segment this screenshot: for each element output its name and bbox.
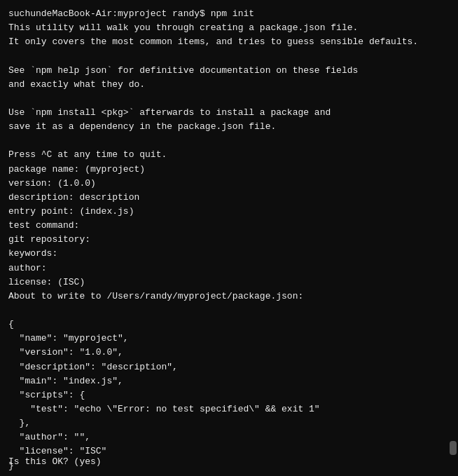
terminal-line: "scripts": { [8, 388, 450, 402]
terminal-line: version: (1.0.0) [8, 177, 450, 191]
terminal-line: See `npm help json` for definitive docum… [8, 64, 450, 78]
is-ok-prompt: Is this OK? (yes) [8, 456, 102, 467]
prompt-line: suchundeMacBook-Air:myproject randy$ npm… [8, 7, 450, 21]
terminal-line: author: [8, 261, 450, 276]
terminal-line: Use `npm install <pkg>` afterwards to in… [8, 106, 450, 120]
terminal-window[interactable]: suchundeMacBook-Air:myproject randy$ npm… [0, 0, 458, 476]
terminal-line [8, 49, 450, 63]
terminal-line: "author": "", [8, 430, 450, 444]
terminal-line [8, 92, 450, 106]
terminal-line: This utility will walk you through creat… [8, 21, 450, 35]
terminal-line: license: (ISC) [8, 276, 450, 290]
terminal-line: "description": "description", [8, 360, 450, 374]
terminal-line: }, [8, 416, 450, 430]
terminal-line: It only covers the most common items, an… [8, 35, 450, 49]
terminal-line: { [8, 318, 450, 332]
terminal-line: "main": "index.js", [8, 374, 450, 388]
terminal-line: entry point: (index.js) [8, 205, 450, 219]
terminal-line: About to write to /Users/randy/myproject… [8, 290, 450, 304]
terminal-line: "name": "myproject", [8, 332, 450, 346]
terminal-line: package name: (myproject) [8, 163, 450, 177]
bottom-prompt-line: Is this OK? (yes) [8, 455, 102, 469]
terminal-line: "version": "1.0.0", [8, 346, 450, 360]
terminal-line [8, 304, 450, 318]
terminal-line: git repository: [8, 233, 450, 247]
scrollbar[interactable] [450, 441, 457, 455]
terminal-line: and exactly what they do. [8, 78, 450, 92]
terminal-line: save it as a dependency in the package.j… [8, 120, 450, 134]
terminal-output: This utility will walk you through creat… [8, 21, 450, 473]
terminal-line: Press ^C at any time to quit. [8, 148, 450, 162]
terminal-line: description: description [8, 191, 450, 205]
terminal-line: test command: [8, 219, 450, 233]
terminal-line: "test": "echo \"Error: no test specified… [8, 402, 450, 416]
terminal-line: keywords: [8, 247, 450, 261]
terminal-line [8, 134, 450, 148]
